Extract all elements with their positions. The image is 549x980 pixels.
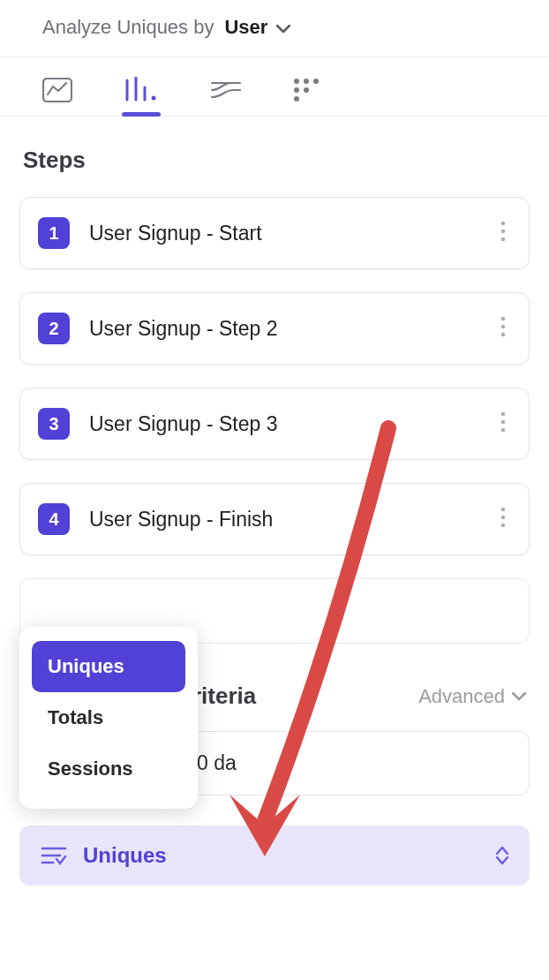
svg-point-16 [501,428,505,432]
chevron-down-icon [512,692,526,701]
metric-option-uniques[interactable]: Uniques [32,641,185,692]
svg-point-18 [501,516,505,519]
metric-selector[interactable]: Uniques [19,825,530,886]
criteria-text-partial: 0 da [197,751,237,774]
metric-popup: Uniques Totals Sessions [19,627,198,809]
step-label: User Signup - Start [89,222,495,245]
svg-point-10 [501,237,505,241]
tab-grid[interactable] [293,78,320,102]
svg-point-6 [304,87,309,93]
svg-point-17 [501,508,505,511]
svg-point-7 [294,96,299,102]
step-label: User Signup - Step 2 [89,317,495,341]
step-card-1[interactable]: 1 User Signup - Start [19,197,530,269]
step-badge: 3 [38,408,70,440]
more-icon[interactable] [495,411,511,436]
svg-point-19 [501,524,505,527]
svg-point-15 [501,420,505,424]
svg-point-5 [294,87,299,93]
step-badge: 2 [38,313,70,344]
svg-point-3 [304,79,309,84]
step-card-2[interactable]: 2 User Signup - Step 2 [19,292,530,365]
sort-icon [496,846,508,865]
svg-point-11 [501,317,505,320]
step-card-3[interactable]: 3 User Signup - Step 3 [19,388,530,460]
svg-point-1 [152,96,156,101]
svg-point-2 [294,79,299,84]
step-label: User Signup - Finish [89,508,495,531]
svg-point-12 [501,325,505,328]
tab-line-chart[interactable] [42,78,72,102]
advanced-toggle[interactable]: Advanced [418,685,526,708]
analyze-dropdown[interactable]: User [224,16,290,39]
step-badge: 4 [38,503,70,535]
more-icon[interactable] [495,507,511,531]
step-badge: 1 [38,217,70,249]
tab-bar-chart[interactable] [124,77,159,103]
analyze-label: Analyze Uniques by [42,16,214,39]
metric-option-sessions[interactable]: Sessions [32,743,185,795]
metric-option-totals[interactable]: Totals [32,692,185,743]
svg-point-13 [501,333,505,336]
criteria-title-partial: riteria [192,682,256,710]
analyze-header: Analyze Uniques by User [0,0,549,57]
step-card-4[interactable]: 4 User Signup - Finish [19,483,530,555]
advanced-label: Advanced [418,685,505,708]
svg-point-9 [501,230,505,233]
chevron-down-icon [276,16,290,39]
svg-point-8 [501,222,505,225]
tab-flow[interactable] [210,78,242,102]
analyze-value: User [224,16,267,39]
more-icon[interactable] [495,221,511,245]
step-label: User Signup - Step 3 [89,412,495,436]
metric-selected-label: Uniques [83,843,496,868]
view-tabs [0,57,549,117]
more-icon[interactable] [495,316,511,341]
svg-point-14 [501,412,505,416]
filter-icon [41,845,67,866]
steps-title: Steps [19,147,530,174]
svg-point-4 [313,79,319,84]
